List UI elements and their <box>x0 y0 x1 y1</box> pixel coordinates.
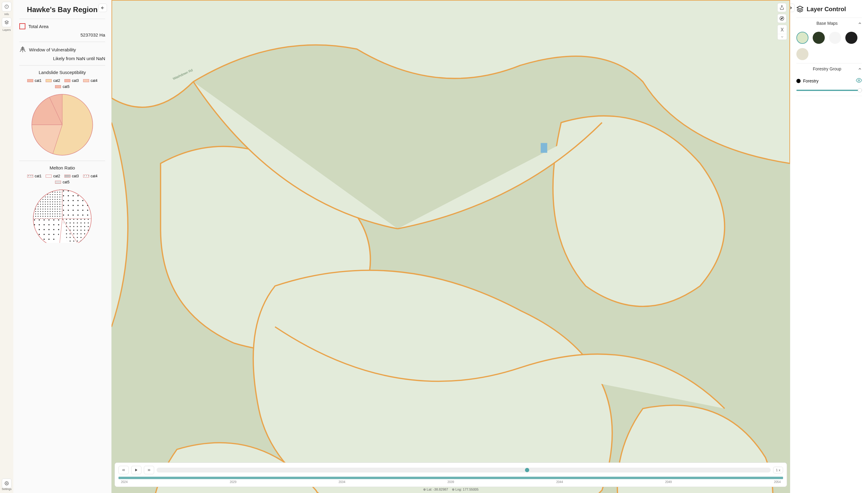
total-area-icon <box>19 23 25 29</box>
playback-speed[interactable]: 1 x <box>773 467 783 473</box>
coord-lng: ⊕ Lng: 177.55005 <box>452 488 479 492</box>
svg-point-4 <box>6 483 7 484</box>
landslide-title: Landslide Susceptibility <box>19 70 105 75</box>
opacity-slider[interactable] <box>796 90 862 91</box>
info-label: Info <box>4 13 9 16</box>
melton-pie <box>30 189 94 243</box>
chevron-up-icon <box>858 21 862 25</box>
svg-rect-22 <box>541 143 547 153</box>
region-title: Hawke's Bay Region <box>19 5 105 14</box>
basemaps-header[interactable]: Base Maps <box>796 18 862 29</box>
expand-tools-button[interactable] <box>778 34 787 40</box>
info-tab[interactable] <box>2 2 12 12</box>
svg-marker-27 <box>781 18 783 19</box>
layers-icon <box>796 5 804 13</box>
total-area-label: Total Area <box>28 24 49 29</box>
total-area-value: 5237032 Ha <box>19 32 105 38</box>
play-button[interactable] <box>131 466 142 474</box>
basemap-dark[interactable] <box>845 32 858 44</box>
basemap-satellite[interactable] <box>813 32 825 44</box>
chevron-up-icon <box>858 67 862 71</box>
layers-label: Layers <box>2 28 10 31</box>
tools-button[interactable] <box>778 25 787 34</box>
rewind-button[interactable] <box>119 466 129 474</box>
layers-tab[interactable] <box>2 18 12 27</box>
visibility-toggle[interactable] <box>856 77 862 84</box>
window-value: Likely from NaN until NaN <box>19 56 105 61</box>
forestry-label: Forestry <box>803 79 819 83</box>
basemap-light[interactable] <box>829 32 841 44</box>
settings-label: Settings <box>2 488 12 491</box>
timeline-ticks: 2024202920342039204420492054 <box>119 480 783 484</box>
layer-control-title: Layer Control <box>807 6 846 13</box>
collapse-left-button[interactable] <box>99 4 107 12</box>
svg-marker-30 <box>797 6 803 9</box>
window-label: Window of Vulnerability <box>29 47 76 52</box>
svg-point-31 <box>858 80 860 81</box>
basemap-custom[interactable] <box>796 48 808 60</box>
timeline-bar <box>119 477 783 479</box>
forestry-layer-row[interactable]: Forestry <box>796 74 862 87</box>
settings-tab[interactable] <box>2 478 12 488</box>
forward-button[interactable] <box>144 466 154 474</box>
landslide-legend: cat1 cat2 cat3 cat4 cat5 <box>19 79 105 89</box>
melton-legend: cat1 cat2 cat3 cat4 cat5 <box>19 174 105 184</box>
melton-title: Melton Ratio <box>19 165 105 170</box>
forestry-group-header[interactable]: Forestry Group <box>796 63 862 74</box>
map-canvas[interactable]: Washdown Rd © Mapbox © OpenStreetMap Imp… <box>111 0 790 493</box>
collapse-right-button[interactable] <box>790 4 795 12</box>
basemap-terrain[interactable] <box>796 32 808 44</box>
svg-marker-28 <box>135 469 137 472</box>
timeline: 1 x 2024202920342039204420492054 <box>114 463 787 487</box>
coord-lat: ⊕ Lat: -38.82987 <box>423 488 448 492</box>
share-button[interactable] <box>777 3 786 12</box>
timeline-slider[interactable] <box>156 468 771 472</box>
compass-button[interactable] <box>777 14 786 23</box>
layer-color-dot <box>796 79 801 83</box>
landslide-pie <box>30 93 94 156</box>
svg-marker-3 <box>5 21 8 22</box>
vulnerability-icon <box>19 46 26 53</box>
svg-point-2 <box>7 6 7 6</box>
